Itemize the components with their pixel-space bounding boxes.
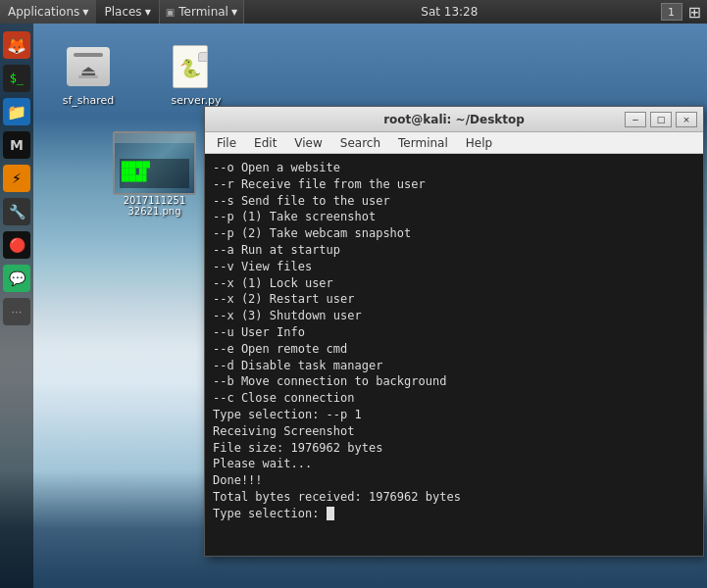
terminal-line-20: Please wait... (213, 456, 695, 472)
sidebar-icon-redfang[interactable]: 🔴 (3, 231, 30, 259)
drive-symbol: ⏏ (79, 61, 96, 81)
taskbar: Applications ▼ Places ▼ ▣ Terminal ▼ Sat… (0, 0, 707, 24)
desktop-icon-server-py[interactable]: 🐍 server.py (157, 39, 235, 111)
firefox-icon: 🦊 (7, 36, 26, 55)
places-arrow: ▼ (145, 8, 151, 17)
terminal-line-14: --c Close connection (213, 390, 695, 407)
sf-shared-label: sf_shared (63, 94, 115, 107)
terminal-menubar: FileEditViewSearchTerminalHelp (205, 132, 703, 154)
file-body: 🐍 (173, 45, 208, 88)
close-button[interactable]: × (676, 112, 697, 127)
maltego-icon: M (10, 137, 24, 153)
workspace-button[interactable]: 1 (661, 3, 682, 21)
terminal-content[interactable]: --o Open a website--r Receive file from … (205, 154, 703, 556)
thumb-content: ████████████ █████████ (120, 159, 189, 188)
sidebar-icon-maltego[interactable]: M (3, 131, 30, 159)
redfang-icon: 🔴 (9, 237, 25, 253)
sidebar-icon-burp[interactable]: ⚡ (3, 165, 30, 192)
sidebar: 🦊 $_ 📁 M ⚡ 🔧 🔴 💬 ⋯ (0, 24, 33, 588)
terminal-line-12: --d Disable task manager (213, 358, 695, 374)
terminal-window: root@kali: ~/Desktop − □ × FileEditViewS… (204, 106, 704, 557)
terminal-cursor (327, 507, 334, 520)
menu-item-help[interactable]: Help (458, 134, 500, 152)
terminal-line-3: --p (1) Take screenshot (213, 209, 695, 225)
titlebar-controls: − □ × (625, 112, 697, 127)
maximize-button[interactable]: □ (650, 112, 672, 127)
menu-item-terminal[interactable]: Terminal (390, 134, 456, 152)
menu-item-search[interactable]: Search (332, 134, 388, 152)
desktop: Applications ▼ Places ▼ ▣ Terminal ▼ Sat… (0, 0, 707, 588)
terminal-taskbar-button[interactable]: ▣ Terminal ▼ (159, 0, 244, 24)
sidebar-icon-terminal[interactable]: $_ (3, 65, 30, 92)
terminal-taskbar-icon-symbol: ▣ (166, 7, 175, 18)
terminal-taskbar-label: Terminal (178, 5, 228, 19)
places-menu[interactable]: Places ▼ (96, 0, 158, 24)
terminal-line-13: --b Move connection to background (213, 373, 695, 390)
chat-icon: 💬 (9, 270, 25, 286)
terminal-line-8: --x (2) Restart user (213, 291, 695, 308)
terminal-icon: $_ (10, 72, 24, 85)
sf-shared-icon-image: ⏏ (65, 43, 112, 90)
terminal-line-4: --p (2) Take webcam snapshot (213, 225, 695, 242)
terminal-line-7: --x (1) Lock user (213, 275, 695, 292)
sidebar-icon-apps[interactable]: ⋯ (3, 298, 30, 325)
burp-icon: ⚡ (12, 171, 22, 186)
applications-menu[interactable]: Applications ▼ (0, 0, 96, 24)
terminal-line-0: --o Open a website (213, 160, 695, 176)
terminal-line-22: Total bytes received: 1976962 bytes (213, 489, 695, 506)
sidebar-icon-tool[interactable]: 🔧 (3, 198, 30, 225)
minimize-button[interactable]: − (625, 112, 646, 127)
desktop-icon-sf-shared[interactable]: ⏏ sf_shared (49, 39, 127, 111)
terminal-line-16: Type selection: --p 1 (213, 407, 695, 423)
server-py-icon-image: 🐍 (173, 43, 220, 90)
terminal-line-5: --a Run at startup (213, 242, 695, 259)
menu-item-edit[interactable]: Edit (246, 134, 284, 152)
terminal-arrow: ▼ (231, 8, 237, 17)
terminal-line-10: --u User Info (213, 324, 695, 341)
terminal-titlebar: root@kali: ~/Desktop − □ × (205, 107, 703, 132)
screenshot-label: 201711125132621.png (124, 195, 186, 217)
terminal-line-18: Receiving Screenshot (213, 423, 695, 440)
terminal-line-2: --s Send file to the user (213, 193, 695, 210)
places-label: Places (104, 5, 141, 19)
applications-label: Applications (8, 5, 79, 19)
apps-icon: ⋯ (12, 306, 23, 318)
menu-item-view[interactable]: View (286, 134, 329, 152)
menu-item-file[interactable]: File (209, 134, 244, 152)
tool-icon: 🔧 (9, 204, 25, 220)
terminal-title: root@kali: ~/Desktop (213, 113, 695, 126)
show-desktop-button[interactable]: ⊞ (688, 3, 701, 22)
drive-icon: ⏏ (67, 47, 110, 86)
sidebar-icon-firefox[interactable]: 🦊 (3, 31, 30, 59)
terminal-line-9: --x (3) Shutdown user (213, 308, 695, 324)
desktop-icon-screenshot[interactable]: ████████████ █████████ 201711125132621.p… (108, 127, 201, 220)
terminal-line-11: --e Open remote cmd (213, 341, 695, 358)
clock: Sat 13:28 (244, 5, 654, 19)
terminal-line-21: Done!!! (213, 472, 695, 489)
files-icon: 📁 (7, 103, 26, 122)
terminal-line-1: --r Receive file from the user (213, 176, 695, 193)
thumb-titlebar (115, 133, 194, 143)
applications-arrow: ▼ (82, 8, 88, 17)
python-symbol: 🐍 (179, 58, 201, 78)
terminal-line-24: Type selection: (213, 506, 695, 522)
screenshot-thumbnail: ████████████ █████████ (113, 131, 196, 195)
sidebar-icon-files[interactable]: 📁 (3, 98, 30, 125)
terminal-line-19: File size: 1976962 bytes (213, 440, 695, 457)
sidebar-icon-chat[interactable]: 💬 (3, 265, 30, 292)
terminal-line-6: --v View files (213, 259, 695, 275)
